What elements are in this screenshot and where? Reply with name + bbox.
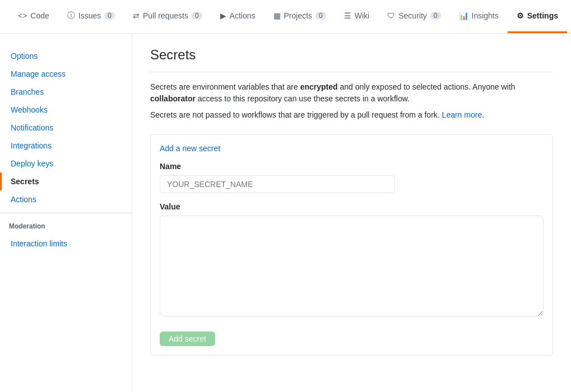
sidebar-item-actions[interactable]: Actions [0,190,132,208]
description-1: Secrets are environment variables that a… [150,81,553,105]
security-icon: 🛡 [387,11,395,20]
sidebar-item-interaction-limits[interactable]: Interaction limits [0,235,132,253]
description-2: Secrets are not passed to workflows that… [150,109,553,121]
name-field-group: Name [160,162,544,193]
tab-projects[interactable]: ▦ Projects 0 [264,0,335,33]
tab-security[interactable]: 🛡 Security 0 [378,0,449,33]
main-content: Secrets Secrets are environment variable… [132,34,571,392]
pull-requests-icon: ⇄ [133,11,140,20]
sidebar-item-manage-access[interactable]: Manage access [0,65,132,83]
sidebar-item-integrations[interactable]: Integrations [0,137,132,155]
value-field-group: Value [160,202,544,318]
tab-wiki[interactable]: ☰ Wiki [335,0,378,33]
sidebar-item-notifications[interactable]: Notifications [0,119,132,137]
secret-value-textarea[interactable] [160,216,544,316]
add-secret-card: Add a new secret Name Value Add secret [150,134,553,356]
tab-issues[interactable]: ⓘ Issues 0 [58,0,124,33]
wiki-icon: ☰ [344,11,351,20]
value-label: Value [160,202,544,211]
tab-settings[interactable]: ⚙ Settings [508,0,567,33]
sidebar-moderation-header: Moderation [0,218,132,235]
actions-icon: ▶ [220,11,226,20]
sidebar-item-deploy-keys[interactable]: Deploy keys [0,155,132,172]
add-new-secret-link[interactable]: Add a new secret [160,144,544,153]
settings-sidebar: Options Manage access Branches Webhooks … [0,34,132,392]
page-title: Secrets [150,47,553,72]
name-label: Name [160,162,544,171]
settings-icon: ⚙ [517,11,524,20]
issues-icon: ⓘ [67,11,75,21]
projects-badge: 0 [315,12,326,20]
sidebar-item-secrets[interactable]: Secrets [0,172,132,190]
security-badge: 0 [430,12,441,20]
code-icon: <> [18,11,27,20]
pull-requests-badge: 0 [192,12,202,20]
page-layout: Options Manage access Branches Webhooks … [0,34,571,392]
top-navigation: <> Code ⓘ Issues 0 ⇄ Pull requests 0 ▶ A… [0,0,571,34]
tab-code[interactable]: <> Code [9,0,58,33]
tab-pull-requests[interactable]: ⇄ Pull requests 0 [124,0,211,33]
issues-badge: 0 [104,12,115,20]
sidebar-item-webhooks[interactable]: Webhooks [0,101,132,119]
sidebar-item-branches[interactable]: Branches [0,83,132,101]
learn-more-link[interactable]: Learn more [442,110,482,119]
sidebar-divider [0,213,132,213]
insights-icon: 📊 [459,11,468,20]
secret-name-input[interactable] [160,175,395,193]
sidebar-item-options[interactable]: Options [0,47,132,65]
projects-icon: ▦ [273,11,281,20]
tab-actions[interactable]: ▶ Actions [211,0,264,33]
add-secret-button[interactable]: Add secret [160,332,215,346]
tab-insights[interactable]: 📊 Insights [450,0,508,33]
